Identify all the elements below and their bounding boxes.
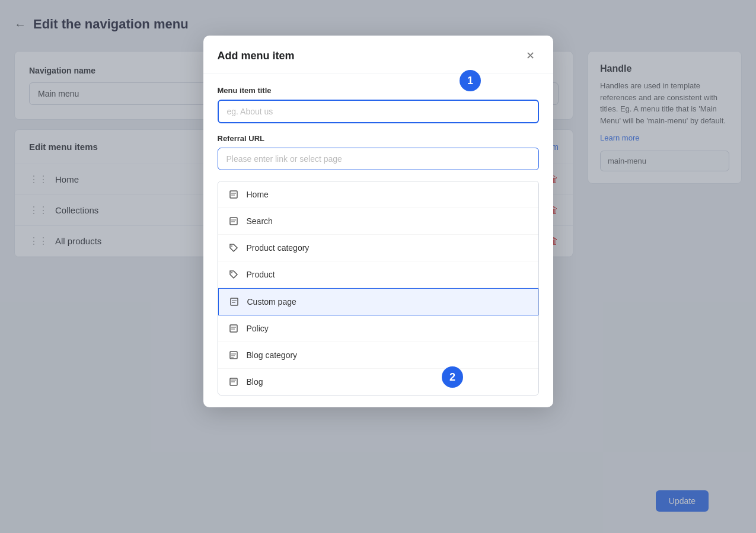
blog-icon [228,376,240,388]
dropdown-item-product[interactable]: Product [218,261,538,288]
page-type-dropdown: Home Search Product category [218,181,539,395]
menu-title-input[interactable] [218,100,539,123]
dropdown-item-custom-page[interactable]: Custom page [218,288,538,315]
tag-icon [228,269,240,280]
dropdown-item-label: Custom page [247,297,296,307]
dropdown-item-product-category[interactable]: Product category [218,235,538,261]
dropdown-item-label: Search [247,216,273,226]
referral-url-group: Referral URL [218,134,539,170]
dropdown-item-label: Policy [247,324,269,333]
page-icon [228,215,240,227]
dropdown-item-label: Blog [247,377,263,387]
page-icon [228,296,240,308]
tag-icon [228,242,240,254]
step-badge-1: 1 [460,70,481,91]
dropdown-item-policy[interactable]: Policy [218,315,538,342]
modal-close-button[interactable]: ✕ [522,47,539,64]
svg-rect-3 [230,218,237,225]
menu-title-group: Menu item title [218,86,539,123]
add-menu-item-modal: Add menu item ✕ Menu item title Referral… [203,36,553,407]
modal-title: Add menu item [218,50,295,62]
modal-body: Menu item title Referral URL Home [203,74,553,407]
svg-point-7 [231,272,232,273]
dropdown-item-label: Product category [247,243,310,253]
blog-icon [228,349,240,361]
menu-title-label: Menu item title [218,86,539,95]
dropdown-item-label: Home [247,190,269,199]
dropdown-item-blog-category[interactable]: Blog category [218,342,538,369]
step-badge-2: 2 [442,366,463,388]
referral-url-label: Referral URL [218,134,539,143]
dropdown-item-label: Blog category [247,350,298,360]
page-icon [228,189,240,200]
page-icon [228,323,240,334]
modal-backdrop: Add menu item ✕ Menu item title Referral… [0,0,756,533]
svg-rect-8 [231,298,238,305]
dropdown-item-blog[interactable]: Blog [218,369,538,395]
referral-url-input[interactable] [218,148,539,170]
dropdown-item-home[interactable]: Home [218,181,538,208]
dropdown-item-search[interactable]: Search [218,208,538,235]
svg-rect-11 [230,325,237,332]
svg-rect-0 [230,191,237,198]
svg-point-6 [231,245,232,247]
modal-header: Add menu item ✕ [203,36,553,74]
dropdown-item-label: Product [247,270,275,279]
